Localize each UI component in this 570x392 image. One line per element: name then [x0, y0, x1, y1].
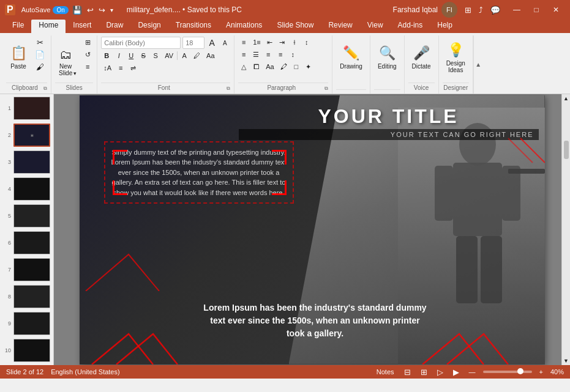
- slide-thumb-5[interactable]: 5: [2, 204, 51, 227]
- scroll-down-button[interactable]: ▼: [562, 357, 570, 365]
- undo-icon[interactable]: ↩: [87, 6, 94, 15]
- slide-img-3[interactable]: [13, 150, 50, 174]
- scroll-track[interactable]: [563, 103, 569, 357]
- new-slide-dropdown-icon[interactable]: ▾: [73, 70, 77, 76]
- justify-button[interactable]: ≡: [275, 49, 286, 60]
- tab-design[interactable]: Design: [130, 20, 168, 33]
- scroll-thumb[interactable]: [564, 141, 569, 159]
- tab-review[interactable]: Review: [321, 20, 359, 33]
- shape-effects-button[interactable]: ✦: [303, 61, 314, 72]
- format-painter-button[interactable]: 🖌: [32, 61, 47, 72]
- drawing-button[interactable]: ✏️ Drawing: [336, 37, 366, 78]
- align-right-button[interactable]: ≡: [263, 49, 274, 60]
- slide-title[interactable]: YOUR TITLE: [239, 105, 539, 128]
- columns-button[interactable]: ⫲: [289, 37, 300, 48]
- presentation-view-icon[interactable]: ⊞: [465, 6, 471, 15]
- font-size-input[interactable]: [182, 37, 204, 49]
- decrease-indent-button[interactable]: ⇤: [264, 37, 276, 48]
- slide-thumb-2[interactable]: 2 ▣: [2, 124, 51, 147]
- autosave-toggle[interactable]: On: [53, 6, 68, 14]
- vertical-scrollbar[interactable]: ▲ ▼: [561, 94, 570, 365]
- slide-img-7[interactable]: [13, 258, 50, 281]
- paragraph-expand-icon[interactable]: ⧉: [324, 86, 328, 92]
- char-spacing-button[interactable]: AV: [162, 50, 176, 61]
- bold-button[interactable]: B: [101, 50, 112, 61]
- tab-addins[interactable]: Add-ins: [391, 20, 430, 33]
- reset-button[interactable]: ↺: [82, 49, 93, 60]
- tab-slideshow[interactable]: Slide Show: [269, 20, 321, 33]
- align-center-button[interactable]: ☰: [250, 49, 261, 60]
- text-direction-para-button[interactable]: ↕: [301, 37, 312, 48]
- clipboard-expand-icon[interactable]: ⧉: [43, 86, 47, 92]
- design-ideas-button[interactable]: 💡 Design Ideas: [443, 37, 469, 78]
- minimize-button[interactable]: —: [508, 4, 526, 16]
- zoom-out-button[interactable]: —: [467, 368, 478, 376]
- share-icon[interactable]: ⤴: [479, 6, 483, 15]
- font-color-button[interactable]: A: [179, 50, 190, 61]
- tab-transitions[interactable]: Transitions: [168, 20, 219, 33]
- shape-fill-button[interactable]: 🖍: [278, 61, 290, 72]
- strikethrough-button[interactable]: S: [138, 50, 149, 61]
- shapes-button[interactable]: △: [238, 61, 249, 72]
- quick-access-more[interactable]: ▾: [110, 7, 113, 13]
- tab-insert[interactable]: Insert: [66, 20, 99, 33]
- convert-smartart-button[interactable]: ⇌: [127, 62, 138, 73]
- slide-show-button[interactable]: ▶: [451, 367, 462, 377]
- underline-button[interactable]: U: [126, 50, 137, 61]
- tab-draw[interactable]: Draw: [99, 20, 130, 33]
- shadow-button[interactable]: S: [150, 50, 161, 61]
- zoom-level[interactable]: 40%: [550, 368, 564, 375]
- font-expand-icon[interactable]: ⧉: [227, 86, 230, 92]
- section-button[interactable]: ≡: [82, 61, 93, 72]
- layout-button[interactable]: ⊞: [82, 37, 93, 48]
- slide-thumb-7[interactable]: 7: [2, 258, 51, 281]
- close-button[interactable]: ✕: [547, 4, 565, 16]
- numbered-list-button[interactable]: 1≡: [250, 37, 263, 48]
- highlight-button[interactable]: 🖊: [191, 50, 203, 61]
- slide-thumb-8[interactable]: 8: [2, 285, 51, 308]
- slide-img-8[interactable]: [13, 285, 50, 308]
- align-left-button[interactable]: ≡: [238, 49, 249, 60]
- slide-thumb-3[interactable]: 3: [2, 150, 51, 174]
- ribbon-scroll-up[interactable]: ▲: [473, 35, 483, 94]
- dictate-button[interactable]: 🎤 Dictate: [408, 37, 435, 78]
- font-name-input[interactable]: [101, 37, 181, 49]
- slide-panel[interactable]: 1 2 ▣ 3 4 5: [0, 94, 54, 365]
- slide-thumb-10[interactable]: 10: [2, 339, 51, 362]
- quick-styles-button[interactable]: Aa: [263, 61, 276, 72]
- zoom-slider[interactable]: [483, 371, 532, 373]
- canvas-area[interactable]: YOUR TITLE YOUR TEXT CAN GO RIGHT HERE S…: [54, 94, 570, 365]
- tab-home[interactable]: Home: [31, 20, 66, 33]
- slide-img-1[interactable]: [13, 97, 50, 120]
- tab-help[interactable]: Help: [430, 20, 460, 33]
- slide-img-4[interactable]: [13, 177, 50, 201]
- increase-font-button[interactable]: A: [206, 37, 217, 48]
- slide-img-6[interactable]: [13, 231, 50, 254]
- redo-icon[interactable]: ↪: [99, 6, 105, 15]
- slide-thumb-6[interactable]: 6: [2, 231, 51, 254]
- slide-thumb-4[interactable]: 4: [2, 177, 51, 201]
- tab-file[interactable]: File: [5, 20, 31, 33]
- slide-text-box[interactable]: Simply dummy text of the printing and ty…: [104, 141, 294, 204]
- maximize-button[interactable]: □: [527, 4, 546, 16]
- notes-button[interactable]: Notes: [374, 368, 397, 376]
- bullet-list-button[interactable]: ≡: [238, 37, 249, 48]
- autosave-control[interactable]: AutoSave On: [21, 6, 69, 14]
- decrease-font-button[interactable]: A: [219, 37, 230, 48]
- tab-view[interactable]: View: [360, 20, 391, 33]
- cut-button[interactable]: ✂: [32, 37, 47, 48]
- tab-animations[interactable]: Animations: [219, 20, 269, 33]
- scroll-up-button[interactable]: ▲: [562, 94, 570, 103]
- align-text-button[interactable]: ≡: [115, 62, 126, 73]
- text-direction-button[interactable]: ↕A: [101, 62, 114, 73]
- reading-view-button[interactable]: ▷: [435, 367, 446, 377]
- slide-img-9[interactable]: [13, 312, 50, 335]
- slide-sorter-button[interactable]: ⊞: [418, 367, 430, 377]
- clear-format-button[interactable]: Aa: [204, 50, 217, 61]
- zoom-thumb[interactable]: [517, 368, 523, 374]
- slide-img-10[interactable]: [13, 339, 50, 362]
- slide-img-2[interactable]: ▣: [13, 124, 50, 147]
- slide-thumb-9[interactable]: 9: [2, 312, 51, 335]
- zoom-in-button[interactable]: +: [537, 368, 546, 376]
- italic-button[interactable]: I: [113, 50, 124, 61]
